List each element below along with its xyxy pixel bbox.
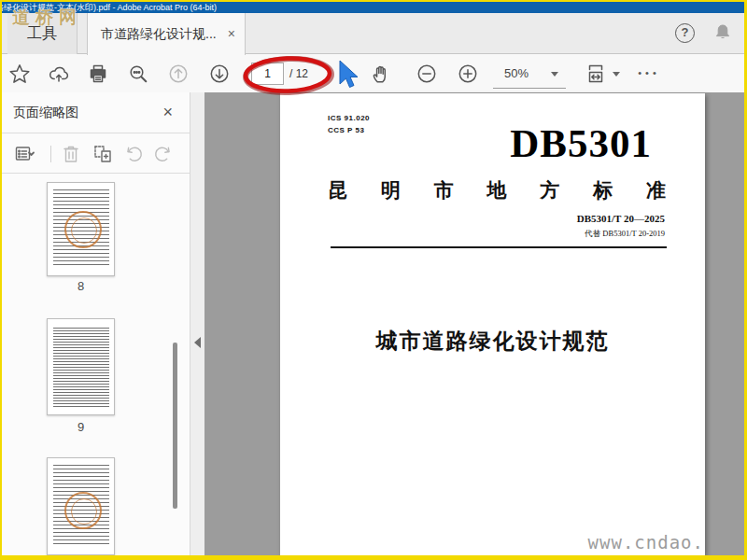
thumbnail-label: 8 [47,279,115,293]
plus-circle-icon [457,63,479,85]
zoom-in-button[interactable] [457,63,479,85]
rotate-counterclockwise-icon [123,143,146,165]
panel-options-button[interactable] [13,143,35,165]
thumbnails-panel: 页面缩略图 × 8 [2,92,190,555]
tab-close-icon[interactable]: × [228,13,235,54]
tab-document-label: 市道路绿化设计规... [101,13,217,54]
chevron-down-icon [613,72,620,77]
thumbnail-text-preview [53,328,109,407]
search-icon [127,63,149,85]
cloud-upload-icon [48,63,70,85]
star-icon [8,63,31,85]
notifications-button[interactable] [712,21,734,43]
screenshot-frame: 路绿化设计规范-文本(水印).pdf - Adobe Acrobat Pro (… [0,0,747,560]
thumbnail-page-10[interactable] [47,457,115,555]
site-watermark-bottom: www.cndao. [588,532,704,553]
previous-page-button[interactable] [167,63,190,85]
panel-header: 页面缩略图 × [2,92,190,133]
replaces-line: 代替 DB5301/T 20-2019 [585,229,665,240]
options-list-icon [13,143,35,165]
site-watermark-top: 道桥网 [12,6,82,30]
thumbnail-page-8[interactable] [47,182,115,276]
standard-number: DB5301/T 20—2025 [577,213,665,224]
next-page-button[interactable] [208,63,231,85]
panel-title: 页面缩略图 [13,92,78,132]
more-tools-button[interactable]: ••• [633,63,665,85]
arrow-down-circle-icon [208,63,231,85]
acrobat-window: 路绿化设计规范-文本(水印).pdf - Adobe Acrobat Pro (… [2,2,744,555]
extract-page-icon [92,143,114,165]
help-icon: ? [675,23,695,43]
hand-icon [370,63,392,85]
main-toolbar: / 12 50% ••• [2,54,744,93]
chevron-down-icon [551,72,558,77]
help-button[interactable]: ? [675,21,698,43]
rotate-clockwise-icon [151,143,174,165]
arrow-up-circle-icon [167,63,190,85]
ccs-line: CCS P 53 [328,124,370,136]
panel-close-button[interactable]: × [162,92,173,132]
toolbar-separator [50,146,51,162]
hand-tool-button[interactable] [370,63,392,85]
standard-code: DB5301 [510,121,652,166]
seal-stamp [64,492,102,529]
fit-width-button[interactable] [585,63,620,85]
rotate-cw-button[interactable] [151,143,174,165]
panel-collapse-handle[interactable] [190,92,204,555]
tab-bar: 工具 市道路绿化设计规... × ? [2,13,744,54]
bell-icon [712,21,734,43]
window-titlebar: 路绿化设计规范-文本(水印).pdf - Adobe Acrobat Pro (… [2,2,744,13]
document-title: 城市道路绿化设计规范 [280,327,705,356]
sidebar-scrollbar[interactable] [173,343,177,509]
page-number-input[interactable] [251,63,284,85]
rotate-ccw-button[interactable] [123,143,146,165]
search-button[interactable] [127,63,149,85]
thumbnail-page-9[interactable] [47,318,115,415]
tab-document[interactable]: 市道路绿化设计规... × [87,13,246,55]
panel-toolbar [2,134,190,174]
trash-icon [60,143,82,165]
zoom-level-select[interactable]: 50% [493,61,566,89]
share-button[interactable] [48,63,70,85]
collapse-left-icon [194,337,201,348]
print-button[interactable] [87,63,109,85]
zoom-level-value: 50% [504,61,529,87]
printer-icon [87,63,109,85]
favorites-button[interactable] [8,63,31,85]
extract-page-button[interactable] [92,143,114,165]
divider-rule [331,246,667,248]
minus-circle-icon [416,63,438,85]
thumbnail-label: 9 [47,420,115,434]
document-area[interactable]: ICS 91.020 CCS P 53 DB5301 昆明市地方标准 DB530… [204,92,744,555]
fit-width-icon [585,63,607,85]
standard-type-title: 昆明市地方标准 [328,177,666,203]
page-count-label: / 12 [289,63,308,85]
ics-classification: ICS 91.020 CCS P 53 [328,112,370,136]
delete-page-button[interactable] [60,143,82,165]
zoom-out-button[interactable] [416,63,438,85]
pdf-page: ICS 91.020 CCS P 53 DB5301 昆明市地方标准 DB530… [280,93,705,555]
seal-stamp [64,211,102,248]
ics-line: ICS 91.020 [328,112,370,124]
